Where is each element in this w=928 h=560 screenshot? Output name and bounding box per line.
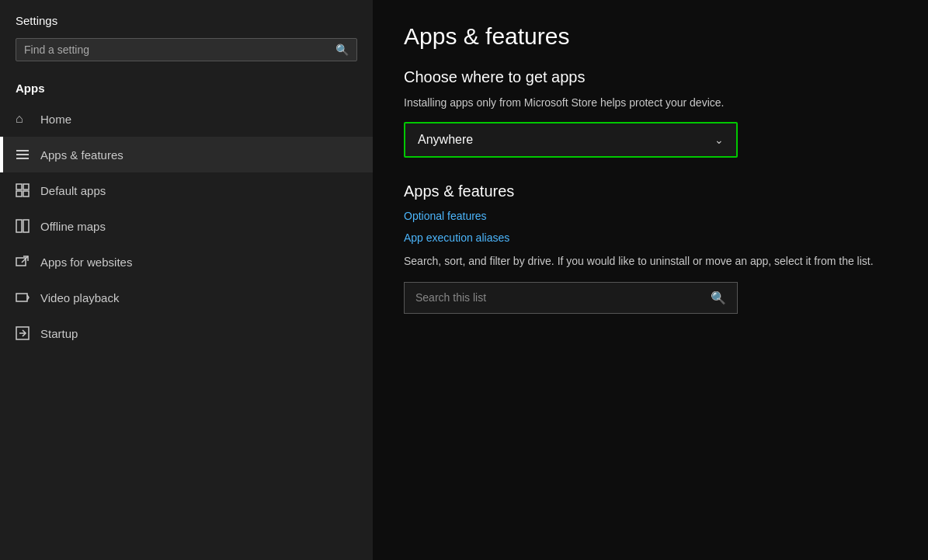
anywhere-dropdown[interactable]: Anywhere ⌄	[405, 123, 736, 156]
search-list-box[interactable]: 🔍	[404, 282, 738, 314]
sidebar-item-apps-for-websites-label: Apps for websites	[40, 256, 132, 269]
apps-for-websites-icon	[16, 255, 40, 269]
apps-section-description: Search, sort, and filter by drive. If yo…	[404, 253, 897, 270]
apps-section-title: Apps & features	[404, 183, 897, 200]
optional-features-link[interactable]: Optional features	[404, 210, 897, 222]
sidebar-item-default-apps[interactable]: Default apps	[0, 172, 373, 208]
apps-features-icon	[16, 148, 40, 162]
find-setting-search[interactable]: 🔍	[16, 38, 357, 61]
sidebar-item-default-apps-label: Default apps	[40, 184, 106, 197]
app-execution-aliases-link[interactable]: App execution aliases	[404, 231, 897, 244]
sidebar-item-home[interactable]: ⌂ Home	[0, 101, 373, 137]
find-setting-search-icon: 🔍	[335, 43, 349, 56]
offline-maps-icon	[16, 219, 40, 233]
svg-line-10	[22, 256, 28, 263]
svg-rect-9	[16, 258, 26, 266]
svg-rect-2	[16, 158, 29, 159]
sidebar-section-label: Apps	[0, 74, 373, 101]
choose-section-title: Choose where to get apps	[404, 68, 897, 86]
dropdown-chevron-icon: ⌄	[714, 134, 724, 146]
svg-rect-7	[16, 220, 22, 232]
startup-icon	[16, 326, 40, 340]
default-apps-icon	[16, 183, 40, 197]
svg-rect-4	[23, 184, 29, 190]
anywhere-dropdown-container: Anywhere ⌄	[404, 122, 738, 158]
search-list-icon: 🔍	[711, 290, 726, 305]
svg-rect-1	[16, 154, 29, 155]
svg-rect-8	[23, 220, 29, 232]
svg-rect-5	[16, 191, 22, 197]
search-list-input[interactable]	[415, 291, 711, 304]
sidebar-item-video-playback[interactable]: Video playback	[0, 280, 373, 315]
choose-section-description: Installing apps only from Microsoft Stor…	[404, 96, 897, 111]
sidebar-item-apps-features-label: Apps & features	[40, 148, 123, 162]
sidebar-item-video-playback-label: Video playback	[40, 291, 119, 304]
sidebar: Settings 🔍 Apps ⌂ Home Apps & features	[0, 0, 373, 560]
sidebar-item-apps-features[interactable]: Apps & features	[0, 137, 373, 172]
svg-rect-6	[23, 191, 29, 197]
svg-rect-11	[16, 294, 27, 301]
page-title: Apps & features	[404, 23, 897, 50]
main-content: Apps & features Choose where to get apps…	[373, 0, 928, 560]
sidebar-item-offline-maps-label: Offline maps	[40, 220, 106, 233]
settings-title: Settings	[0, 0, 373, 38]
sidebar-item-apps-for-websites[interactable]: Apps for websites	[0, 244, 373, 280]
svg-rect-0	[16, 150, 29, 151]
sidebar-item-offline-maps[interactable]: Offline maps	[0, 208, 373, 244]
svg-rect-3	[16, 184, 22, 190]
video-playback-icon	[16, 290, 40, 304]
sidebar-item-startup[interactable]: Startup	[0, 315, 373, 351]
find-setting-input[interactable]	[24, 43, 335, 56]
sidebar-item-home-label: Home	[40, 113, 71, 126]
sidebar-item-startup-label: Startup	[40, 327, 78, 340]
dropdown-selected-value: Anywhere	[418, 133, 473, 147]
home-icon: ⌂	[16, 112, 40, 126]
apps-features-section: Apps & features Optional features App ex…	[404, 183, 897, 314]
